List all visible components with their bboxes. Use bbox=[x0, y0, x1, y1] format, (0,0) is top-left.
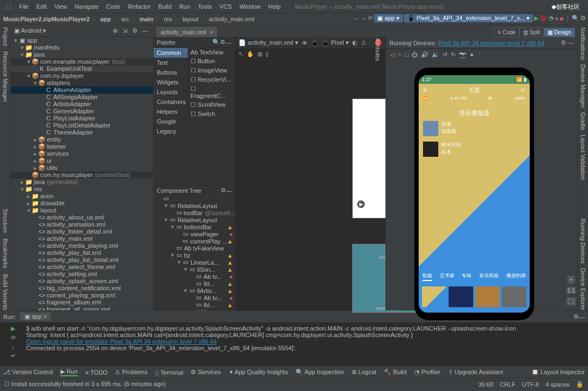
tree-item[interactable]: ▾📁res bbox=[11, 186, 153, 193]
tree-item[interactable]: CGenresAdapter bbox=[11, 108, 153, 115]
code-mode-button[interactable]: ≡ Code bbox=[494, 28, 519, 37]
menu-refactor[interactable]: Refactor bbox=[124, 2, 155, 11]
run-hide-icon[interactable]: — bbox=[579, 314, 585, 320]
component-item[interactable]: ▭lbl...▲ bbox=[154, 280, 235, 287]
crumb-1[interactable]: app bbox=[99, 16, 112, 22]
notifications-tool[interactable]: Notifications bbox=[580, 27, 586, 60]
crumb-6[interactable]: activity_main.xml bbox=[208, 16, 256, 22]
indent[interactable]: 4 spaces bbox=[546, 381, 569, 388]
tree-item[interactable]: <>activity_splash_screen.xml bbox=[11, 278, 153, 285]
emulator-screen[interactable]: 1:27📶 ▮ ≡主页✓ 📶9:41 PM✿100% 音乐播放器 后来刘若英 时… bbox=[419, 75, 530, 313]
tree-item[interactable]: ▾📁java bbox=[11, 51, 153, 58]
tree-item[interactable]: <>big_content_notification.xml bbox=[11, 285, 153, 292]
magnets-icon[interactable]: ⧲ bbox=[266, 51, 269, 58]
menu-navigate[interactable]: Navigate bbox=[71, 2, 102, 11]
palette-widget[interactable]: Ab TextView bbox=[188, 48, 235, 57]
power-icon[interactable]: ⏻ bbox=[412, 51, 418, 58]
layout-validation-tool[interactable]: Layout Validation bbox=[580, 135, 586, 180]
ctree-gear-icon[interactable]: ⚙ bbox=[220, 187, 226, 194]
palette-category[interactable]: Common bbox=[154, 48, 188, 58]
run-icon[interactable]: ▶ bbox=[534, 15, 538, 22]
stop-icon[interactable]: ■ bbox=[560, 15, 564, 22]
palette-category[interactable]: Layouts bbox=[154, 87, 188, 97]
component-item[interactable]: ▾▭llAlbu▲ bbox=[154, 308, 235, 310]
tree-item[interactable]: <>activity_play_list.xml bbox=[11, 249, 153, 256]
wrap-icon[interactable]: ↵ bbox=[11, 352, 16, 359]
zoom-in-button[interactable]: + bbox=[567, 276, 575, 284]
palette-widgets[interactable]: Ab TextView☐ Button☐ ImageView☐ Recycler… bbox=[188, 48, 235, 185]
debug-icon[interactable]: 🐞 bbox=[540, 15, 547, 22]
build-variants-tool-button[interactable]: Build Variants bbox=[2, 274, 9, 310]
tree-item[interactable]: <>activity_setting.xml bbox=[11, 271, 153, 278]
component-item[interactable]: ▭lbl...▲ bbox=[154, 301, 235, 308]
problems-tool[interactable]: ⚠ Problems bbox=[115, 369, 148, 376]
target-icon[interactable]: ⊕ bbox=[113, 27, 120, 35]
palette-widget[interactable]: ☐ ImageView bbox=[188, 66, 235, 75]
filter-icon[interactable]: ↓ bbox=[11, 344, 15, 350]
component-item[interactable]: ▭viewPager● bbox=[154, 230, 235, 237]
palette-search-icon[interactable]: 🔍 bbox=[212, 39, 220, 46]
component-item[interactable]: ▾▭llSon...▲ bbox=[154, 266, 235, 273]
component-item[interactable]: ▭Ab tvFakeView bbox=[154, 245, 235, 252]
crumb-5[interactable]: layout bbox=[181, 16, 199, 22]
tree-item[interactable]: <>activity_animation.xml bbox=[11, 221, 153, 228]
sync-icon[interactable]: ⟳ bbox=[368, 15, 373, 22]
palette-categories[interactable]: CommonTextButtonsWidgetsLayoutsContainer… bbox=[154, 48, 188, 185]
palette-widget[interactable]: ☐ RecyclerVi... bbox=[188, 75, 235, 84]
back-icon[interactable]: ← bbox=[354, 15, 360, 22]
tree-item[interactable]: <>activity_main.xml bbox=[11, 235, 153, 242]
tree-item[interactable]: <>fragment_all_songs.xml bbox=[11, 306, 153, 310]
logcat-tool[interactable]: ≣ Logcat bbox=[352, 369, 376, 376]
tree-item[interactable]: ▾📁layout bbox=[11, 207, 153, 214]
voldn-icon[interactable]: 🔉 bbox=[432, 51, 439, 58]
device-explorer-tool[interactable]: Device Explorer bbox=[580, 268, 586, 310]
component-item[interactable]: ▭toolBar@layout/t... bbox=[154, 209, 235, 216]
tree-item[interactable]: ▸📦ui bbox=[11, 157, 153, 164]
vcs-tool[interactable]: ⎇ Version Control bbox=[3, 369, 53, 376]
project-view-dropdown[interactable]: ▣ Android ▾ bbox=[14, 27, 46, 34]
tree-item[interactable]: <>fragment_album.xml bbox=[11, 299, 153, 306]
volup-icon[interactable]: 🔊 bbox=[421, 51, 428, 58]
menu-view[interactable]: View bbox=[51, 2, 71, 11]
attributes-panel-collapsed[interactable]: Attributes bbox=[375, 38, 384, 309]
rotate-r-icon[interactable]: ↻ bbox=[451, 51, 456, 58]
tree-item[interactable]: ▸📦entity bbox=[11, 136, 153, 143]
crumb-0[interactable]: MusicPlayer2.zipMusicPlayer2 bbox=[2, 16, 91, 22]
file-picker[interactable]: 📄 activity_main.xml ▾ bbox=[238, 39, 298, 46]
search-icon[interactable]: 🔍 bbox=[572, 15, 579, 22]
tree-item[interactable]: ▾📦adapters bbox=[11, 80, 153, 87]
tree-item[interactable]: CPlayListDetailAdapter bbox=[11, 122, 153, 129]
aqi-tool[interactable]: ✦ App Quality Insights bbox=[229, 369, 288, 376]
component-tree[interactable]: Component Tree⚙— ▭▾▭RelativeLayout ▭tool… bbox=[154, 185, 235, 310]
palette-category[interactable]: Legacy bbox=[154, 126, 188, 136]
close-tab-icon[interactable]: × bbox=[210, 29, 213, 35]
palette-widget[interactable]: ☐ Button bbox=[188, 57, 235, 66]
theme-icon[interactable]: ◐ bbox=[352, 39, 358, 46]
overview-button-icon[interactable]: □ bbox=[405, 51, 409, 58]
tree-item[interactable]: <>current_playing_song.xml bbox=[11, 292, 153, 299]
back-button-icon[interactable]: ◁ bbox=[390, 51, 395, 58]
appinsp-tool[interactable]: 🔍 App Inspection bbox=[296, 369, 344, 376]
palette-gear-icon[interactable]: ⚙ bbox=[220, 39, 225, 46]
profile-icon[interactable]: ◔ bbox=[548, 15, 554, 22]
tree-item[interactable]: <>activity_select_theme.xml bbox=[11, 264, 153, 271]
menu-file[interactable]: File bbox=[15, 2, 33, 11]
tree-item[interactable]: <>activity_folder_detail.xml bbox=[11, 228, 153, 235]
menu-build[interactable]: Build bbox=[155, 2, 175, 11]
home-button-icon[interactable]: ○ bbox=[398, 51, 402, 58]
palette-category[interactable]: Helpers bbox=[154, 107, 188, 117]
palette-category[interactable]: Containers bbox=[154, 97, 188, 107]
menu-edit[interactable]: Edit bbox=[33, 2, 51, 11]
bookmarks-tool-button[interactable]: Bookmarks bbox=[2, 239, 9, 268]
palette-widget[interactable]: ☐ FragmentC... bbox=[188, 84, 235, 100]
device-manager-tool[interactable]: Device Manager bbox=[580, 64, 586, 108]
run-tab-app[interactable]: ▣ app × bbox=[20, 313, 51, 321]
device-picker[interactable]: 📱 Pixel ▾ bbox=[322, 39, 349, 46]
services-tool[interactable]: ⚙ Services bbox=[191, 369, 220, 376]
project-tree[interactable]: ▾▣app ▾📁manifests▾📁java▾📦com.example.mus… bbox=[11, 37, 153, 310]
emu-hide-icon[interactable]: — bbox=[568, 39, 574, 46]
palette-widget[interactable]: ☐ Switch bbox=[188, 109, 235, 119]
lock-icon[interactable]: 🔒 bbox=[576, 381, 584, 388]
tree-item[interactable]: ▾📦com.hy.dqplayer bbox=[11, 72, 153, 80]
component-item[interactable]: ▾▭RelativeLayout bbox=[154, 202, 235, 209]
